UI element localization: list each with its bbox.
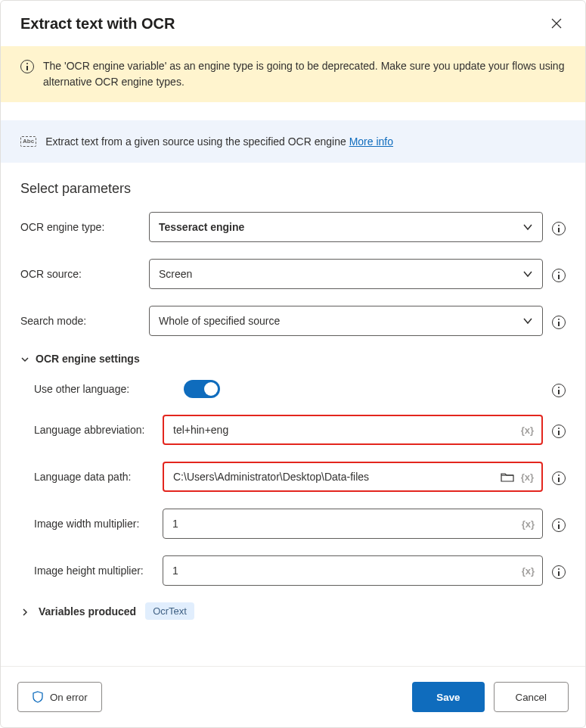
variable-icon[interactable]: {x} <box>522 518 535 530</box>
label-img-height: Image height multiplier: <box>20 565 163 577</box>
label-use-other-language: Use other language: <box>20 383 163 395</box>
info-lang-path[interactable] <box>552 470 566 484</box>
input-lang-path[interactable]: C:\Users\Administrator\Desktop\Data-file… <box>163 462 543 492</box>
info-icon <box>552 518 566 532</box>
description-banner: Abc Extract text from a given source usi… <box>1 120 585 163</box>
description-text: Extract text from a given source using t… <box>45 135 393 148</box>
chevron-down-icon <box>522 222 533 232</box>
input-lang-abbrev[interactable]: tel+hin+eng {x} <box>163 415 543 445</box>
on-error-label: On error <box>50 692 88 703</box>
more-info-link[interactable]: More info <box>349 135 393 148</box>
label-lang-abbrev: Language abbreviation: <box>20 424 163 436</box>
dialog-title: Extract text with OCR <box>20 15 175 33</box>
input-img-height-value: 1 <box>172 565 513 577</box>
warning-text: The 'OCR engine variable' as an engine t… <box>43 58 566 90</box>
cancel-button[interactable]: Cancel <box>494 682 569 712</box>
label-img-width: Image width multiplier: <box>20 518 163 530</box>
dialog-header: Extract text with OCR <box>1 1 585 39</box>
row-engine-type: OCR engine type: Tesseract engine <box>20 212 566 242</box>
close-button[interactable] <box>547 14 566 33</box>
row-lang-path: Language data path: C:\Users\Administrat… <box>20 462 566 492</box>
info-search-mode[interactable] <box>552 314 566 328</box>
info-ocr-source[interactable] <box>552 267 566 281</box>
info-icon <box>552 425 566 438</box>
ocr-icon: Abc <box>20 136 36 147</box>
variable-icon[interactable]: {x} <box>522 565 535 577</box>
row-img-height: Image height multiplier: 1 {x} <box>20 555 566 586</box>
folder-icon[interactable] <box>501 471 514 482</box>
info-lang-abbrev[interactable] <box>552 423 566 437</box>
info-img-height[interactable] <box>552 564 566 577</box>
chevron-right-icon <box>20 607 29 616</box>
chevron-down-icon <box>20 354 29 363</box>
dialog-body: Select parameters OCR engine type: Tesse… <box>1 163 585 666</box>
group-header-engine-settings[interactable]: OCR engine settings <box>20 353 566 365</box>
info-img-width[interactable] <box>552 517 566 530</box>
row-search-mode: Search mode: Whole of specified source <box>20 306 566 336</box>
close-icon <box>551 18 562 29</box>
select-search-mode[interactable]: Whole of specified source <box>149 306 543 336</box>
select-engine-type-value: Tesseract engine <box>159 221 244 233</box>
variables-produced-row[interactable]: Variables produced OcrText <box>20 602 566 620</box>
select-search-mode-value: Whole of specified source <box>159 315 280 327</box>
select-engine-type[interactable]: Tesseract engine <box>149 212 543 242</box>
dialog: Extract text with OCR The 'OCR engine va… <box>0 0 586 728</box>
variable-icon[interactable]: {x} <box>521 425 534 436</box>
info-icon <box>552 222 566 235</box>
label-ocr-source: OCR source: <box>20 268 149 280</box>
input-img-width-value: 1 <box>172 518 513 530</box>
chevron-down-icon <box>522 269 533 279</box>
group-label-engine-settings: OCR engine settings <box>36 353 140 365</box>
on-error-button[interactable]: On error <box>17 682 102 712</box>
chevron-down-icon <box>522 316 533 326</box>
variable-icon[interactable]: {x} <box>521 471 534 483</box>
input-img-width[interactable]: 1 {x} <box>163 509 543 539</box>
row-lang-abbrev: Language abbreviation: tel+hin+eng {x} <box>20 415 566 445</box>
input-lang-path-value: C:\Users\Administrator\Desktop\Data-file… <box>173 471 513 483</box>
row-use-other-language: Use other language: <box>20 380 566 398</box>
select-ocr-source[interactable]: Screen <box>149 259 543 289</box>
save-button[interactable]: Save <box>412 682 484 712</box>
info-use-other-language[interactable] <box>552 382 566 396</box>
select-ocr-source-value: Screen <box>159 268 192 280</box>
row-img-width: Image width multiplier: 1 {x} <box>20 509 566 539</box>
toggle-use-other-language[interactable] <box>184 380 220 398</box>
dialog-footer: On error Save Cancel <box>1 666 585 727</box>
input-lang-abbrev-value: tel+hin+eng <box>173 424 513 436</box>
info-icon <box>552 565 566 579</box>
section-title: Select parameters <box>20 181 566 197</box>
info-icon <box>552 269 566 282</box>
variable-chip[interactable]: OcrText <box>145 602 194 620</box>
label-engine-type: OCR engine type: <box>20 221 149 233</box>
info-icon <box>552 471 566 485</box>
info-icon <box>20 60 34 73</box>
info-engine-type[interactable] <box>552 220 566 234</box>
info-icon <box>552 316 566 329</box>
variables-produced-label: Variables produced <box>39 605 136 618</box>
deprecation-warning-banner: The 'OCR engine variable' as an engine t… <box>1 46 585 102</box>
label-lang-path: Language data path: <box>20 471 163 483</box>
input-img-height[interactable]: 1 {x} <box>163 555 543 586</box>
label-search-mode: Search mode: <box>20 315 149 327</box>
info-icon <box>552 384 566 397</box>
description-text-content: Extract text from a given source using t… <box>45 135 349 148</box>
row-ocr-source: OCR source: Screen <box>20 259 566 289</box>
group-body-engine-settings: Use other language: Language abbreviatio… <box>20 380 566 586</box>
shield-icon <box>32 691 44 703</box>
